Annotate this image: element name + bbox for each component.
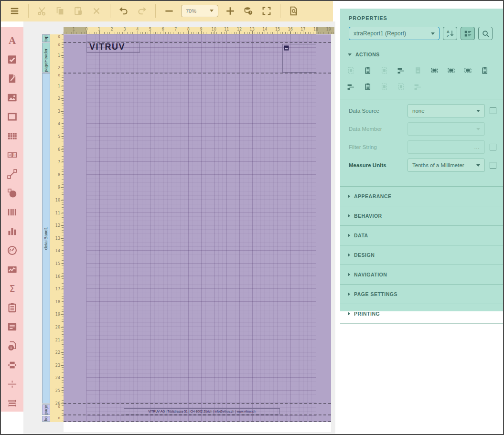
ruler-minor-ticks [64, 32, 334, 34]
band-label-detailBand1[interactable]: detailBand1 [42, 73, 50, 403]
page-info-icon[interactable] [3, 336, 22, 355]
ruler-number: 0 [53, 43, 60, 47]
toolbar-separator [155, 4, 156, 18]
chart-icon[interactable] [3, 222, 22, 241]
action-icon-10[interactable] [347, 82, 364, 91]
ruler-number: 5 [53, 135, 60, 139]
page-grid [86, 34, 316, 422]
data-source-wizard-icon[interactable] [240, 3, 257, 19]
band-label-topMarginBand1[interactable]: topMarginBand1 [42, 34, 50, 42]
zoom-select[interactable]: 70% [181, 5, 218, 17]
field-control-0[interactable]: none [407, 104, 485, 117]
menu-icon[interactable] [7, 3, 23, 19]
section-label: BEHAVIOR [354, 213, 382, 219]
ruler-tick [316, 31, 316, 34]
gauge-icon[interactable] [3, 241, 22, 260]
field-label: Measure Units [349, 162, 407, 168]
field-label: Data Source [349, 108, 407, 114]
band-separator[interactable] [64, 73, 331, 74]
search-button[interactable] [478, 27, 493, 40]
selected-control-dropdown[interactable]: xtraReport1 (Report) [349, 27, 440, 40]
section-navigation[interactable]: NAVIGATION [340, 265, 503, 284]
section-actions[interactable]: ACTIONS [340, 48, 503, 61]
panel-title: PROPERTIES [340, 9, 503, 21]
summary-icon[interactable]: Σ [3, 279, 22, 298]
ruler-number: 20 [53, 325, 60, 329]
pivot-grid-icon[interactable] [3, 298, 22, 317]
ruler-tick [214, 31, 214, 34]
fullscreen-icon[interactable] [258, 3, 275, 19]
richtext-icon[interactable] [3, 69, 22, 88]
action-icon-3 [380, 65, 397, 75]
character-comb-icon[interactable]: ab [3, 145, 22, 164]
page-break-icon[interactable] [3, 355, 22, 374]
checkbox-icon[interactable] [3, 50, 22, 69]
chevron-down-icon [431, 32, 435, 35]
shape-icon[interactable] [3, 183, 22, 202]
section-design[interactable]: DESIGN [340, 245, 503, 265]
ellipsis-button[interactable]: … [474, 144, 480, 150]
cross-band-line-icon[interactable] [3, 374, 22, 393]
zoom-out-icon[interactable] [161, 3, 177, 19]
ruler-number: 25 [53, 389, 60, 393]
ruler-tick [278, 31, 278, 34]
collapse-arrow-icon [348, 53, 352, 56]
picture-box-icon[interactable] [3, 88, 22, 107]
ruler-tick [188, 31, 189, 34]
action-icon-11[interactable] [364, 82, 380, 91]
action-icon-6[interactable] [430, 65, 447, 75]
field-checkbox[interactable] [490, 162, 496, 169]
undo-icon[interactable] [116, 3, 132, 19]
band-label-pageFooter[interactable]: pageFooter [42, 404, 50, 415]
cut-icon [34, 3, 50, 19]
delete-icon [88, 3, 105, 19]
table-of-contents-icon[interactable] [3, 317, 22, 336]
action-icon-8[interactable] [464, 65, 481, 75]
action-icon-7[interactable] [447, 65, 464, 75]
ruler-tick [290, 31, 291, 34]
sparkline-icon[interactable] [3, 260, 22, 279]
picture-box[interactable] [282, 44, 316, 73]
barcode-icon[interactable] [3, 202, 22, 222]
logo-label[interactable]: VITRUV [86, 42, 140, 53]
section-data[interactable]: DATA [340, 225, 503, 245]
band-separator[interactable] [64, 403, 331, 404]
ruler-tick [239, 31, 240, 34]
chevron-down-icon [476, 110, 480, 112]
footer-label[interactable]: VITRUV AG | Tödistrasse 51 | CH-8002 Zür… [124, 408, 280, 414]
action-icon-9[interactable] [481, 65, 497, 75]
section-printing[interactable]: PRINTING [340, 304, 503, 323]
table-icon[interactable] [3, 126, 22, 145]
ruler-number: 1 [53, 53, 60, 58]
band-separator[interactable] [64, 414, 331, 415]
sort-az-button[interactable]: AZ [443, 27, 457, 40]
section-label: PAGE SETTINGS [354, 291, 397, 297]
property-selector-row: xtraReport1 (Report) AZ [349, 27, 496, 40]
label-icon[interactable]: A [3, 31, 22, 50]
ruler-tick [125, 31, 125, 34]
field-checkbox[interactable] [490, 144, 496, 150]
section-page-settings[interactable]: PAGE SETTINGS [340, 284, 503, 304]
action-icon-2[interactable] [364, 65, 380, 75]
action-icon-13 [397, 82, 414, 91]
line-icon[interactable] [3, 164, 22, 183]
section-behavior[interactable]: BEHAVIOR [340, 206, 503, 225]
action-icon-5 [414, 65, 430, 75]
preview-icon[interactable] [286, 3, 302, 19]
action-icon-4[interactable] [397, 65, 414, 75]
field-control-3[interactable]: Tenths of a Millimeter [407, 159, 485, 172]
cross-band-box-icon[interactable] [3, 393, 22, 413]
ruler-number: 19 [53, 312, 60, 317]
panel-icon[interactable] [3, 107, 22, 126]
categorized-view-button[interactable] [461, 27, 475, 40]
ruler-number: 14 [53, 249, 60, 253]
band-label-pageHeader[interactable]: pageHeader [42, 42, 50, 73]
report-page[interactable]: VITRUV VITRUV AG | Tödistrasse 51 | CH-8… [64, 34, 331, 422]
section-appearance[interactable]: APPEARANCE [340, 186, 503, 206]
band-label-bottomMarginBand1[interactable]: bottomMarginBand1 [42, 416, 50, 422]
control-toolbox: AabΣ [1, 27, 23, 412]
field-checkbox[interactable] [490, 107, 496, 114]
zoom-in-icon[interactable] [222, 3, 238, 19]
ruler-number: 0 [53, 74, 60, 77]
expand-arrow-icon [348, 292, 350, 296]
